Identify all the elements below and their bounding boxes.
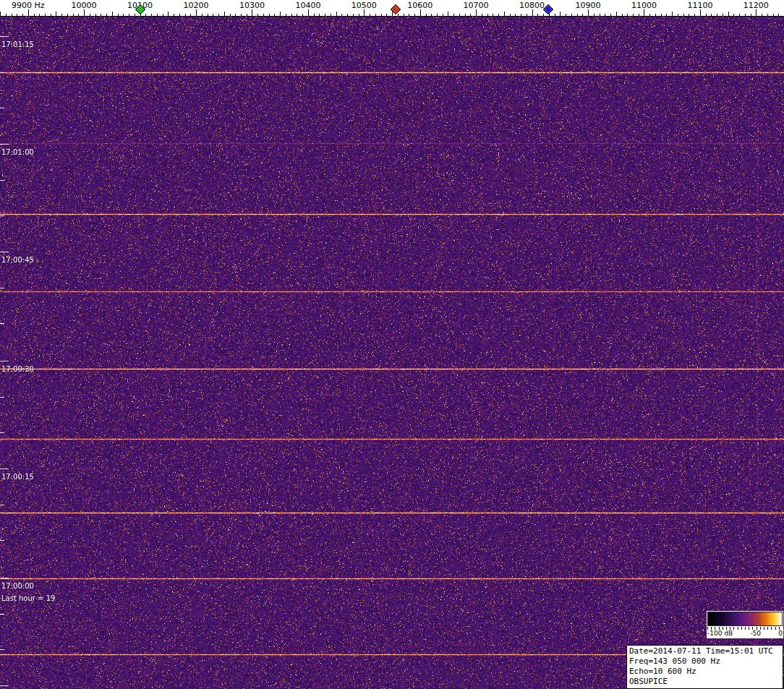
- ruler-tick: [672, 12, 673, 16]
- ruler-tick: [213, 14, 213, 16]
- ruler-tick: [661, 14, 662, 16]
- ruler-tick: [751, 14, 751, 16]
- ruler-tick: [510, 14, 511, 16]
- ruler-tick: [118, 14, 119, 16]
- ruler-tick: [610, 14, 611, 16]
- ruler-tick: [723, 14, 723, 16]
- freq-label: 11100: [687, 1, 712, 10]
- ruler-tick: [190, 14, 191, 16]
- ruler-tick: [728, 12, 729, 16]
- ruler-tick: [515, 14, 516, 16]
- legend-label-mid: -50: [750, 630, 761, 638]
- info-echo: Echo=10 600 Hz: [629, 667, 780, 677]
- ruler-tick: [286, 14, 286, 16]
- ruler-tick: [420, 9, 421, 16]
- ruler-tick: [73, 14, 74, 16]
- ruler-tick: [689, 14, 689, 16]
- ruler-tick: [202, 14, 203, 16]
- ruler-tick: [375, 14, 376, 16]
- ruler-tick: [325, 14, 325, 16]
- frequency-ruler[interactable]: 9900 Hz100001010010200103001040010500106…: [0, 0, 784, 17]
- ruler-tick: [532, 9, 533, 16]
- ruler-tick: [208, 14, 208, 16]
- ruler-tick: [431, 14, 432, 16]
- legend-label-min: -100 dB: [707, 630, 733, 638]
- ruler-tick: [308, 9, 309, 16]
- ruler-tick: [549, 14, 550, 16]
- ruler-tick: [404, 14, 404, 16]
- ruler-tick: [555, 14, 555, 16]
- ruler-tick: [644, 9, 644, 16]
- freq-label: 10200: [184, 1, 209, 10]
- ruler-tick: [666, 14, 667, 16]
- ruler-tick: [527, 14, 527, 16]
- waterfall-canvas[interactable]: [0, 17, 784, 689]
- ruler-tick: [341, 14, 342, 16]
- ruler-tick: [280, 12, 281, 16]
- ruler-tick: [381, 14, 382, 16]
- ruler-tick: [151, 14, 152, 16]
- ruler-tick: [45, 14, 46, 16]
- ruler-tick: [678, 14, 678, 16]
- ruler-tick: [717, 14, 717, 16]
- ruler-tick: [448, 12, 448, 16]
- ruler-tick: [711, 14, 712, 16]
- ruler-tick: [566, 14, 566, 16]
- ruler-tick: [106, 14, 107, 16]
- ruler-tick: [588, 9, 589, 16]
- ruler-tick: [594, 14, 595, 16]
- ruler-tick: [437, 14, 438, 16]
- ruler-tick: [224, 12, 225, 16]
- ruler-tick: [633, 14, 634, 16]
- ruler-tick: [179, 14, 180, 16]
- ruler-tick: [174, 14, 174, 16]
- freq-label: 9900 Hz: [12, 1, 45, 10]
- ruler-tick: [297, 14, 297, 16]
- spectrogram-screen: 9900 Hz100001010010200103001040010500106…: [0, 0, 784, 689]
- ruler-tick: [347, 14, 348, 16]
- ruler-tick: [319, 14, 320, 16]
- ruler-tick: [639, 14, 639, 16]
- ruler-tick: [482, 14, 482, 16]
- ruler-tick: [6, 14, 7, 16]
- ruler-tick: [600, 14, 600, 16]
- ruler-tick: [470, 14, 471, 16]
- ruler-tick: [22, 14, 23, 16]
- ruler-tick: [56, 12, 56, 16]
- ruler-tick: [443, 14, 443, 16]
- ruler-tick: [95, 14, 96, 16]
- ruler-tick: [762, 14, 762, 16]
- ruler-tick: [767, 14, 768, 16]
- ruler-tick: [145, 14, 146, 16]
- ruler-tick: [459, 14, 460, 16]
- ruler-tick: [493, 14, 493, 16]
- ruler-tick: [745, 14, 746, 16]
- ruler-tick: [112, 12, 113, 16]
- ruler-tick: [230, 14, 231, 16]
- legend-label-max: 0: [778, 630, 783, 638]
- ruler-tick: [426, 14, 427, 16]
- ruler-tick: [582, 14, 583, 16]
- ruler-tick: [700, 9, 701, 16]
- ruler-tick: [577, 14, 578, 16]
- freq-label: 10400: [295, 1, 320, 10]
- freq-label: 10300: [239, 1, 265, 10]
- ruler-tick: [12, 14, 12, 16]
- ruler-tick: [28, 9, 29, 16]
- ruler-tick: [465, 14, 466, 16]
- ruler-tick: [257, 14, 258, 16]
- ruler-tick: [101, 14, 101, 16]
- info-frequency: Freq=143 050 000 Hz: [629, 656, 780, 667]
- ruler-tick: [157, 14, 158, 16]
- freq-label: 11000: [631, 1, 657, 10]
- ruler-tick: [409, 14, 409, 16]
- ruler-tick: [0, 12, 1, 16]
- ruler-tick: [61, 14, 62, 16]
- ruler-tick: [129, 14, 129, 16]
- freq-label: 10000: [72, 1, 97, 10]
- waterfall-area: 17:01:1517:01:0017:00:4517:00:3017:00:15…: [0, 17, 784, 689]
- ruler-tick: [622, 14, 623, 16]
- ruler-tick: [291, 14, 292, 16]
- freq-label: 10600: [407, 1, 433, 10]
- ruler-tick: [370, 14, 370, 16]
